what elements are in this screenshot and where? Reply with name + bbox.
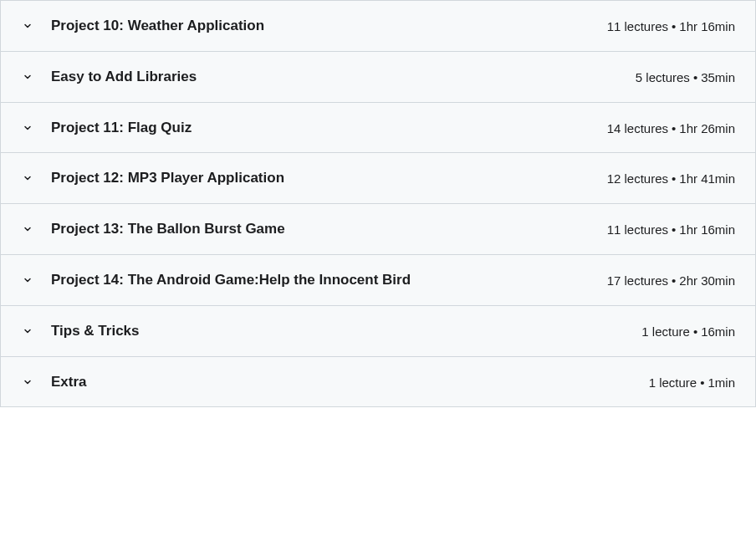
section-meta: 11 lectures•1hr 16min [607,221,735,238]
lectures-count: 17 lectures [607,273,668,288]
lectures-count: 1 lecture [641,324,690,339]
dot-separator: • [672,222,676,237]
chevron-down-icon [21,273,34,287]
dot-separator: • [672,273,676,288]
duration: 1min [707,375,735,390]
section-title: Tips & Tricks [51,321,641,341]
duration: 1hr 16min [679,222,735,237]
dot-separator: • [693,324,697,339]
lectures-count: 12 lectures [607,171,668,186]
duration: 1hr 41min [679,171,735,186]
chevron-down-icon [21,375,34,389]
section-title: Project 13: The Ballon Burst Game [51,219,607,239]
section-meta: 1 lecture•1min [649,374,735,391]
section-row[interactable]: Project 11: Flag Quiz 14 lectures•1hr 26… [1,103,755,154]
chevron-down-icon [21,19,34,33]
chevron-down-icon [21,70,34,84]
duration: 16min [701,324,735,339]
lectures-count: 14 lectures [607,121,668,135]
section-row[interactable]: Project 10: Weather Application 11 lectu… [1,1,755,52]
duration: 35min [701,70,735,84]
lectures-count: 11 lectures [607,19,668,33]
dot-separator: • [700,375,704,390]
chevron-down-icon [21,324,34,338]
duration: 1hr 26min [679,121,735,135]
chevron-down-icon [21,171,34,185]
section-title: Project 14: The Android Game:Help the In… [51,270,607,290]
section-meta: 11 lectures•1hr 16min [607,18,735,35]
section-row[interactable]: Project 14: The Android Game:Help the In… [1,255,755,306]
section-meta: 17 lectures•2hr 30min [607,272,735,289]
section-title: Project 10: Weather Application [51,16,607,36]
dot-separator: • [693,70,697,84]
lectures-count: 1 lecture [649,375,697,390]
section-title: Project 11: Flag Quiz [51,118,607,138]
section-row[interactable]: Extra 1 lecture•1min [1,357,755,408]
section-row[interactable]: Project 13: The Ballon Burst Game 11 lec… [1,204,755,255]
section-row[interactable]: Easy to Add Libraries 5 lectures•35min [1,52,755,103]
lectures-count: 11 lectures [607,222,668,237]
chevron-down-icon [21,121,34,135]
chevron-down-icon [21,222,34,236]
section-title: Project 12: MP3 Player Application [51,168,607,188]
duration: 2hr 30min [679,273,735,288]
section-row[interactable]: Project 12: MP3 Player Application 12 le… [1,153,755,204]
course-section-list: Project 10: Weather Application 11 lectu… [0,0,756,407]
section-title: Extra [51,372,649,392]
lectures-count: 5 lectures [636,70,690,84]
section-meta: 5 lectures•35min [636,69,735,86]
dot-separator: • [672,19,676,33]
dot-separator: • [672,171,676,186]
section-meta: 1 lecture•16min [641,323,735,340]
section-meta: 14 lectures•1hr 26min [607,120,735,137]
duration: 1hr 16min [679,19,735,33]
section-meta: 12 lectures•1hr 41min [607,170,735,187]
section-row[interactable]: Tips & Tricks 1 lecture•16min [1,306,755,357]
dot-separator: • [672,121,676,135]
section-title: Easy to Add Libraries [51,67,636,87]
